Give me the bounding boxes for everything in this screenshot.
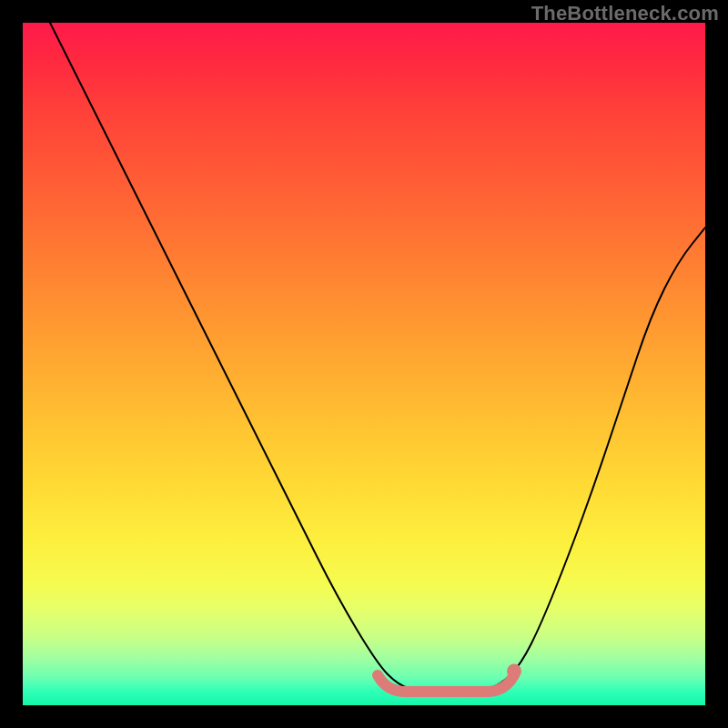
chart-svg — [23, 23, 705, 705]
bottleneck-curve-line — [50, 23, 705, 695]
plot-area — [23, 23, 705, 705]
optimal-range-end-dot — [507, 664, 521, 679]
chart-frame: TheBottleneck.com — [0, 0, 728, 728]
